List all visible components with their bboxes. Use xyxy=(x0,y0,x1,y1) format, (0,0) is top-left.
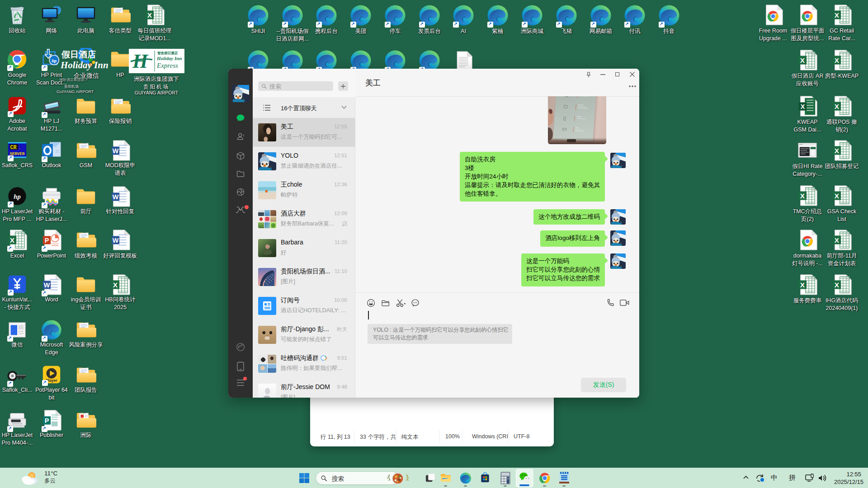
svg-text:Holiday Inn: Holiday Inn xyxy=(156,56,182,61)
svg-text:智造假日酒店: 智造假日酒店 xyxy=(157,51,178,55)
svg-text:H: H xyxy=(132,50,149,72)
svg-text:假日酒店: 假日酒店 xyxy=(61,50,96,59)
svg-text:Holiday Inn: Holiday Inn xyxy=(60,60,108,70)
svg-text:Express: Express xyxy=(156,62,178,69)
